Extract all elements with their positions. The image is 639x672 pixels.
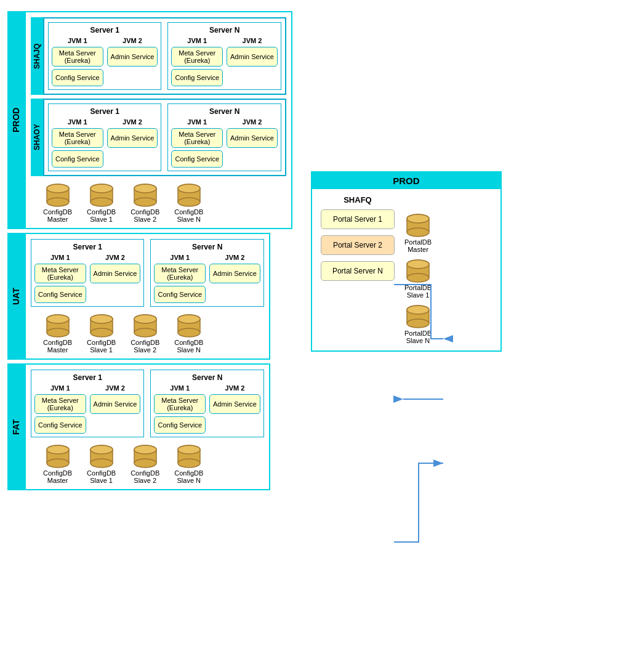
all-environments: PROD SHAJQ Server 1 JVM 1 xyxy=(7,11,292,490)
svg-point-41 xyxy=(134,315,156,323)
db-icon xyxy=(404,259,432,283)
fat-server1: Server 1 JVM 1 Meta Server(Eureka) Confi… xyxy=(31,370,144,437)
db-icon xyxy=(88,184,115,207)
uat-configdb-slave2: ConfigDBSlave 2 xyxy=(131,314,159,354)
db-icon xyxy=(44,314,71,338)
shaoy-s1-jvm2-label: JVM 2 xyxy=(107,118,158,126)
fat-s1-meta-server: Meta Server(Eureka) xyxy=(34,394,86,414)
prod-configdb-master-label: ConfigDBMaster xyxy=(43,208,72,223)
db-icon xyxy=(175,445,203,468)
shafq-col-label: SHAFQ xyxy=(321,195,395,204)
uat-s1-meta-server: Meta Server(Eureka) xyxy=(34,264,86,283)
shajq-sN-jvm2-label: JVM 2 xyxy=(227,37,278,44)
shajq-serverN: Server N JVM 1 Meta Server(Eureka) Confi… xyxy=(167,22,281,90)
db-icon xyxy=(132,314,159,338)
prod-env-label: PROD xyxy=(7,11,25,229)
svg-point-53 xyxy=(47,445,69,454)
portaldb-master-label: PortalDBMaster xyxy=(404,238,432,253)
uat-configdb-master-label: ConfigDBMaster xyxy=(43,339,72,354)
fat-sN-meta-server: Meta Server(Eureka) xyxy=(154,394,206,414)
prod-configdb-slaveN-label: ConfigDBSlave N xyxy=(174,208,203,223)
uat-env-label: UAT xyxy=(7,233,25,360)
prod-configdb-slave1: ConfigDBSlave 1 xyxy=(87,184,116,223)
fat-configdb-master-label: ConfigDBMaster xyxy=(43,469,72,484)
fat-sN-config-service: Config Service xyxy=(154,416,206,434)
portal-server-N-box: Portal Server N xyxy=(321,261,395,281)
prod-shafq-header: PROD xyxy=(312,172,500,189)
shajq-serverN-title: Server N xyxy=(171,26,277,34)
uat-serverN: Server N JVM 1 Meta Server(Eureka) Confi… xyxy=(150,239,263,307)
shafq-portal-col: SHAFQ Portal Server 1 Portal Server 2 Po… xyxy=(321,195,395,344)
fat-content: Server 1 JVM 1 Meta Server(Eureka) Confi… xyxy=(25,363,270,490)
db-icon xyxy=(175,314,203,338)
uat-configdb-slave1: ConfigDBSlave 1 xyxy=(87,314,116,354)
svg-point-89 xyxy=(407,306,429,314)
shaoy-serverN-title: Server N xyxy=(171,107,277,116)
shaoy-s1-admin-service: Admin Service xyxy=(107,128,158,148)
shajq-label: SHAJQ xyxy=(31,17,43,95)
shajq-server1-title: Server 1 xyxy=(52,26,158,34)
shaoy-sN-jvm1-label: JVM 1 xyxy=(171,118,223,126)
shaoy-s1-jvm1-label: JVM 1 xyxy=(52,118,103,126)
shaoy-server1: Server 1 JVM 1 Meta Server(Eureka) Confi… xyxy=(48,103,161,171)
uat-configdb-slaveN: ConfigDBSlave N xyxy=(174,314,203,354)
uat-configdb-row: ConfigDBMaster ConfigDBSlave 1 xyxy=(31,310,264,356)
fat-sN-jvm1-label: JVM 1 xyxy=(154,384,206,392)
shaoy-s1-meta-server: Meta Server(Eureka) xyxy=(52,128,103,148)
svg-point-32 xyxy=(90,328,113,337)
uat-sN-jvm1-label: JVM 1 xyxy=(154,254,206,261)
svg-point-11 xyxy=(90,184,113,193)
uat-s1-admin-service: Admin Service xyxy=(90,264,141,283)
uat-serverN-title: Server N xyxy=(154,243,260,251)
db-icon xyxy=(44,184,71,207)
shaoy-label: SHAOY xyxy=(31,99,43,176)
uat-sN-admin-service: Admin Service xyxy=(209,264,260,283)
prod-shafq-inner: SHAFQ Portal Server 1 Portal Server 2 Po… xyxy=(312,189,500,350)
svg-point-77 xyxy=(407,214,429,223)
portaldb-slaveN-label: PortalDBSlave N xyxy=(404,330,432,344)
uat-server1-title: Server 1 xyxy=(34,243,140,251)
shajq-content: Server 1 JVM 1 Meta Server(Eureka) Confi… xyxy=(43,17,286,95)
shajq-sN-meta-server: Meta Server(Eureka) xyxy=(171,47,223,67)
portaldb-slaveN: PortalDBSlave N xyxy=(404,305,432,344)
fat-configdb-slave2-label: ConfigDBSlave 2 xyxy=(131,469,159,484)
fat-configdb-slaveN-label: ConfigDBSlave N xyxy=(174,469,203,484)
shaoy-content: Server 1 JVM 1 Meta Server(Eureka) Confi… xyxy=(43,99,286,176)
fat-s1-admin-service: Admin Service xyxy=(90,394,141,414)
svg-point-83 xyxy=(407,260,429,269)
uat-configdb-slave2-label: ConfigDBSlave 2 xyxy=(131,339,159,354)
fat-s1-config-service: Config Service xyxy=(34,416,86,434)
svg-point-62 xyxy=(134,459,156,468)
prod-shafq-box: PROD SHAFQ Portal Server 1 Portal Server… xyxy=(311,171,502,352)
fat-sN-admin-service: Admin Service xyxy=(209,394,260,414)
shaoy-s1-config-service: Config Service xyxy=(52,150,103,168)
uat-server1: Server 1 JVM 1 Meta Server(Eureka) Confi… xyxy=(31,239,144,307)
svg-point-2 xyxy=(47,198,69,206)
portaldb-master: PortalDBMaster xyxy=(404,214,432,253)
shaoy-sN-config-service: Config Service xyxy=(171,150,223,168)
shajq-s1-admin-service: Admin Service xyxy=(107,47,158,67)
prod-configdb-slave2: ConfigDBSlave 2 xyxy=(131,184,159,223)
portal-server-1-box: Portal Server 1 xyxy=(321,209,395,229)
fat-configdb-slave2: ConfigDBSlave 2 xyxy=(131,445,159,484)
shajq-s1-config-service: Config Service xyxy=(52,69,103,86)
svg-point-35 xyxy=(90,315,113,323)
fat-s1-jvm2-label: JVM 2 xyxy=(90,384,141,392)
fat-env-label: FAT xyxy=(7,363,25,490)
svg-point-59 xyxy=(90,445,113,454)
svg-point-26 xyxy=(47,328,69,337)
db-icon xyxy=(132,445,159,468)
db-icon xyxy=(88,314,115,338)
db-icon xyxy=(404,305,432,328)
svg-point-23 xyxy=(178,184,200,193)
svg-point-14 xyxy=(134,198,156,206)
svg-point-47 xyxy=(178,315,200,323)
prod-configdb-slave2-label: ConfigDBSlave 2 xyxy=(131,208,159,223)
uat-s1-config-service: Config Service xyxy=(34,286,86,303)
shaoy-sN-admin-service: Admin Service xyxy=(227,128,278,148)
shaoy-sN-jvm2-label: JVM 2 xyxy=(227,118,278,126)
portaldb-slave1: PortalDBSlave 1 xyxy=(404,259,432,299)
uat-sN-meta-server: Meta Server(Eureka) xyxy=(154,264,206,283)
svg-point-5 xyxy=(47,184,69,193)
prod-configdb-row: ConfigDBMaster ConfigDBSlave 1 xyxy=(31,180,286,225)
